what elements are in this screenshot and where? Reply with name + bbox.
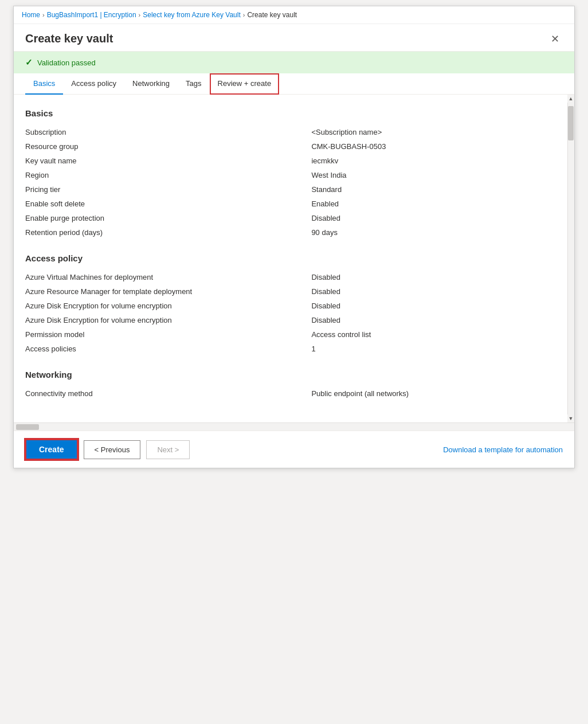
section-title-access-policy: Access policy [25, 253, 546, 263]
tab-basics[interactable]: Basics [25, 73, 63, 95]
validation-banner: ✓ Validation passed [14, 52, 574, 73]
row-value: Standard [311, 182, 546, 197]
table-row: Enable soft delete Enabled [25, 197, 546, 211]
breadcrumb: Home › BugBashImport1 | Encryption › Sel… [14, 6, 574, 24]
breadcrumb-sep-2: › [139, 11, 141, 18]
row-label: Permission model [25, 327, 311, 342]
access-policy-table: Azure Virtual Machines for deployment Di… [25, 270, 546, 356]
table-row: Azure Disk Encryption for volume encrypt… [25, 313, 546, 327]
networking-table: Connectivity method Public endpoint (all… [25, 386, 546, 401]
breadcrumb-sep-3: › [243, 11, 245, 18]
create-key-vault-window: Home › BugBashImport1 | Encryption › Sel… [13, 6, 575, 468]
checkmark-icon: ✓ [25, 57, 33, 68]
table-row: Subscription <Subscription name> [25, 125, 546, 139]
dialog-header: Create key vault ✕ [14, 24, 574, 52]
table-row: Azure Resource Manager for template depl… [25, 284, 546, 299]
row-label: Azure Disk Encryption for volume encrypt… [25, 299, 311, 313]
table-row: Enable purge protection Disabled [25, 211, 546, 225]
vertical-scrollbar[interactable]: ▲ ▼ [567, 95, 574, 422]
row-value: Access control list [311, 327, 546, 342]
table-row: Key vault name iecmkkv [25, 154, 546, 168]
table-row: Pricing tier Standard [25, 182, 546, 197]
breadcrumb-select-key[interactable]: Select key from Azure Key Vault [143, 11, 241, 19]
close-button[interactable]: ✕ [547, 33, 563, 45]
section-title-networking: Networking [25, 370, 546, 379]
content-inner: Basics Subscription <Subscription name> … [25, 108, 557, 422]
row-value: Disabled [311, 211, 546, 225]
row-value: iecmkkv [311, 154, 546, 168]
row-value: Disabled [311, 299, 546, 313]
table-row: Resource group CMK-BUGBASH-0503 [25, 139, 546, 154]
basics-table: Subscription <Subscription name> Resourc… [25, 125, 546, 240]
scroll-down-arrow[interactable]: ▼ [567, 414, 574, 422]
scroll-thumb[interactable] [568, 106, 574, 140]
table-row: Retention period (days) 90 days [25, 225, 546, 240]
tab-bar: Basics Access policy Networking Tags Rev… [14, 73, 574, 95]
breadcrumb-sep-1: › [42, 11, 45, 18]
row-value: Disabled [311, 313, 546, 327]
tab-review-create[interactable]: Review + create [210, 73, 280, 95]
page-title: Create key vault [25, 32, 113, 45]
row-label: Connectivity method [25, 386, 311, 401]
table-row: Permission model Access control list [25, 327, 546, 342]
row-label: Retention period (days) [25, 225, 311, 240]
table-row: Azure Disk Encryption for volume encrypt… [25, 299, 546, 313]
row-value: <Subscription name> [311, 125, 546, 139]
section-title-basics: Basics [25, 108, 546, 118]
breadcrumb-home[interactable]: Home [22, 11, 40, 19]
row-label: Azure Resource Manager for template depl… [25, 284, 311, 299]
row-label: Key vault name [25, 154, 311, 168]
row-value: 1 [311, 342, 546, 356]
row-label: Pricing tier [25, 182, 311, 197]
scroll-up-arrow[interactable]: ▲ [567, 95, 574, 103]
breadcrumb-current: Create key vault [247, 11, 297, 19]
content-area: Basics Subscription <Subscription name> … [14, 95, 574, 422]
download-template-link[interactable]: Download a template for automation [443, 445, 563, 454]
row-label: Azure Disk Encryption for volume encrypt… [25, 313, 311, 327]
row-label: Enable purge protection [25, 211, 311, 225]
row-value: Disabled [311, 284, 546, 299]
tab-access-policy[interactable]: Access policy [63, 73, 124, 95]
row-label: Region [25, 168, 311, 182]
row-label: Subscription [25, 125, 311, 139]
tab-tags[interactable]: Tags [178, 73, 209, 95]
row-label: Access policies [25, 342, 311, 356]
tab-networking[interactable]: Networking [124, 73, 178, 95]
create-button[interactable]: Create [25, 439, 78, 460]
breadcrumb-encryption[interactable]: BugBashImport1 | Encryption [47, 11, 136, 19]
validation-text: Validation passed [37, 58, 96, 67]
row-label: Enable soft delete [25, 197, 311, 211]
previous-button[interactable]: < Previous [84, 440, 141, 459]
next-button: Next > [146, 440, 190, 459]
table-row: Region West India [25, 168, 546, 182]
row-value: 90 days [311, 225, 546, 240]
table-row: Connectivity method Public endpoint (all… [25, 386, 546, 401]
row-value: CMK-BUGBASH-0503 [311, 139, 546, 154]
row-label: Resource group [25, 139, 311, 154]
row-value: Disabled [311, 270, 546, 284]
table-row: Azure Virtual Machines for deployment Di… [25, 270, 546, 284]
row-label: Azure Virtual Machines for deployment [25, 270, 311, 284]
hscroll-thumb[interactable] [16, 424, 39, 430]
horizontal-scrollbar[interactable] [14, 422, 574, 431]
row-value: Public endpoint (all networks) [311, 386, 546, 401]
row-value: West India [311, 168, 546, 182]
row-value: Enabled [311, 197, 546, 211]
footer: Create < Previous Next > Download a temp… [14, 431, 574, 468]
table-row: Access policies 1 [25, 342, 546, 356]
